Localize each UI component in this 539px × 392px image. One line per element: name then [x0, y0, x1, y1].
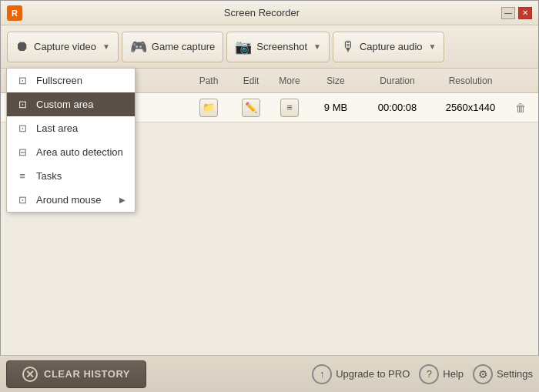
close-button[interactable]: ✕ [518, 7, 532, 19]
around-mouse-arrow-icon: ▶ [119, 196, 126, 204]
capture-video-dropdown: ⊡ Fullscreen ⊡ Custom area ⊡ Last area ⊟… [6, 68, 136, 213]
col-edit-header: Edit [232, 75, 270, 86]
minimize-button[interactable]: — [501, 7, 515, 19]
game-capture-icon: 🎮 [130, 39, 147, 55]
duration-cell: 00:00:08 [363, 102, 432, 113]
capture-video-icon: ⏺ [15, 39, 29, 55]
menu-item-tasks[interactable]: ≡ Tasks [7, 164, 135, 188]
screenshot-chevron: ▼ [313, 42, 321, 51]
menu-item-fullscreen[interactable]: ⊡ Fullscreen [7, 69, 135, 92]
capture-video-chevron: ▼ [102, 42, 110, 51]
clear-history-button[interactable]: ✕ CLEAR HISTORY [6, 360, 146, 388]
col-resolution-header: Resolution [432, 75, 509, 86]
menu-item-around-mouse[interactable]: ⊡ Around mouse ▶ [7, 188, 135, 212]
settings-label: Settings [497, 368, 533, 380]
toolbar: ⏺ Capture video ▼ 🎮 Game capture 📷 Scree… [1, 25, 538, 69]
window-title: Screen Recorder [22, 7, 501, 18]
help-label: Help [443, 368, 464, 380]
menu-item-area-auto-detection[interactable]: ⊟ Area auto detection [7, 140, 135, 164]
screenshot-icon: 📷 [235, 39, 252, 55]
last-area-label: Last area [36, 122, 78, 134]
around-mouse-label: Around mouse [36, 194, 102, 206]
col-more-header: More [270, 75, 309, 86]
edit-pencil-icon[interactable]: ✏️ [242, 99, 260, 117]
bottom-bar: ✕ CLEAR HISTORY ↑ Upgrade to PRO ? Help … [0, 355, 539, 392]
resolution-cell: 2560x1440 [432, 102, 509, 113]
more-cell: ≡ [270, 99, 309, 117]
path-cell: 📁 [186, 99, 232, 117]
more-icon[interactable]: ≡ [280, 99, 299, 117]
help-button[interactable]: ? Help [419, 364, 464, 384]
col-path-header: Path [186, 75, 232, 86]
edit-cell: ✏️ [232, 99, 270, 117]
around-mouse-menu-icon: ⊡ [16, 194, 28, 206]
settings-button[interactable]: ⚙ Settings [473, 364, 533, 384]
game-capture-label: Game capture [152, 41, 215, 52]
help-icon: ? [419, 364, 439, 384]
game-capture-button[interactable]: 🎮 Game capture [122, 32, 223, 62]
upgrade-to-pro-button[interactable]: ↑ Upgrade to PRO [312, 364, 410, 384]
fullscreen-menu-icon: ⊡ [16, 75, 28, 86]
fullscreen-label: Fullscreen [36, 75, 82, 86]
clear-history-icon: ✕ [22, 367, 38, 382]
tasks-menu-icon: ≡ [16, 170, 28, 182]
delete-cell: 🗑 [509, 102, 532, 114]
capture-audio-label: Capture audio [360, 41, 423, 52]
col-size-header: Size [309, 75, 363, 86]
delete-icon[interactable]: 🗑 [515, 102, 526, 114]
capture-video-label: Capture video [34, 41, 96, 52]
screenshot-label: Screenshot [256, 41, 307, 52]
area-auto-detection-label: Area auto detection [36, 146, 123, 158]
capture-audio-button[interactable]: 🎙 Capture audio ▼ [333, 32, 445, 62]
clear-history-label: CLEAR HISTORY [44, 368, 130, 380]
last-area-menu-icon: ⊡ [16, 122, 28, 134]
gear-icon: ⚙ [473, 364, 493, 384]
capture-video-button[interactable]: ⏺ Capture video ▼ [7, 32, 119, 62]
area-auto-detection-menu-icon: ⊟ [16, 146, 28, 158]
app-icon: R [7, 5, 22, 21]
title-bar: R Screen Recorder — ✕ [1, 1, 538, 25]
menu-item-last-area[interactable]: ⊡ Last area [7, 116, 135, 140]
capture-audio-icon: 🎙 [341, 39, 355, 55]
tasks-label: Tasks [36, 170, 62, 182]
bottom-right-actions: ↑ Upgrade to PRO ? Help ⚙ Settings [312, 364, 533, 384]
col-duration-header: Duration [363, 75, 432, 86]
custom-area-label: Custom area [36, 99, 93, 110]
size-cell: 9 MB [309, 102, 363, 113]
upgrade-icon: ↑ [312, 364, 332, 384]
path-folder-icon[interactable]: 📁 [199, 99, 218, 117]
screenshot-button[interactable]: 📷 Screenshot ▼ [226, 32, 330, 62]
upgrade-label: Upgrade to PRO [336, 368, 410, 380]
menu-item-custom-area[interactable]: ⊡ Custom area [7, 92, 135, 116]
custom-area-menu-icon: ⊡ [16, 99, 28, 110]
window-controls: — ✕ [501, 7, 532, 19]
capture-audio-chevron: ▼ [429, 42, 437, 51]
